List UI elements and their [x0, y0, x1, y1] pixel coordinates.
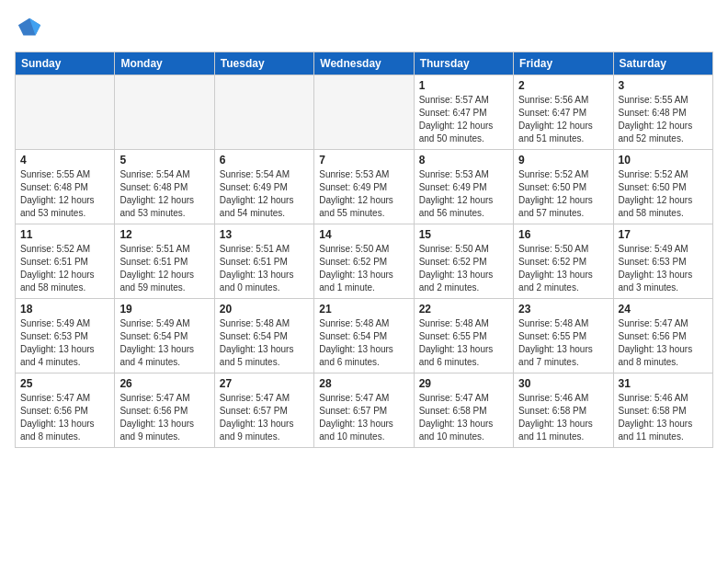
day-info: Sunrise: 5:48 AM Sunset: 6:55 PM Dayligh…	[419, 317, 508, 369]
day-number: 29	[419, 377, 508, 390]
day-number: 9	[518, 154, 608, 167]
weekday-header: Friday	[514, 52, 613, 75]
calendar-week-row: 4Sunrise: 5:55 AM Sunset: 6:48 PM Daylig…	[16, 150, 713, 224]
calendar-day-cell: 7Sunrise: 5:53 AM Sunset: 6:49 PM Daylig…	[314, 150, 414, 224]
calendar-day-cell: 20Sunrise: 5:48 AM Sunset: 6:54 PM Dayli…	[214, 299, 313, 373]
calendar-day-cell	[16, 75, 115, 150]
day-number: 20	[220, 303, 309, 316]
day-info: Sunrise: 5:51 AM Sunset: 6:51 PM Dayligh…	[220, 243, 309, 294]
day-info: Sunrise: 5:47 AM Sunset: 6:58 PM Dayligh…	[419, 392, 508, 443]
day-info: Sunrise: 5:48 AM Sunset: 6:54 PM Dayligh…	[319, 317, 408, 369]
calendar-week-row: 11Sunrise: 5:52 AM Sunset: 6:51 PM Dayli…	[16, 224, 713, 299]
day-number: 1	[419, 79, 508, 92]
day-number: 26	[119, 377, 209, 390]
day-info: Sunrise: 5:49 AM Sunset: 6:54 PM Dayligh…	[119, 317, 209, 369]
day-number: 13	[220, 228, 309, 241]
calendar-day-cell: 29Sunrise: 5:47 AM Sunset: 6:58 PM Dayli…	[414, 373, 513, 448]
calendar-day-cell: 23Sunrise: 5:48 AM Sunset: 6:55 PM Dayli…	[514, 299, 613, 373]
calendar-day-cell: 13Sunrise: 5:51 AM Sunset: 6:51 PM Dayli…	[214, 224, 313, 299]
calendar-day-cell: 28Sunrise: 5:47 AM Sunset: 6:57 PM Dayli…	[314, 373, 414, 448]
day-number: 24	[619, 303, 708, 316]
calendar-week-row: 25Sunrise: 5:47 AM Sunset: 6:56 PM Dayli…	[16, 373, 713, 448]
calendar-day-cell: 15Sunrise: 5:50 AM Sunset: 6:52 PM Dayli…	[414, 224, 513, 299]
day-info: Sunrise: 5:47 AM Sunset: 6:57 PM Dayligh…	[319, 392, 408, 443]
weekday-header: Sunday	[16, 52, 115, 75]
day-info: Sunrise: 5:53 AM Sunset: 6:49 PM Dayligh…	[319, 168, 408, 220]
day-info: Sunrise: 5:48 AM Sunset: 6:54 PM Dayligh…	[220, 317, 309, 369]
weekday-header: Monday	[115, 52, 214, 75]
day-number: 10	[619, 154, 708, 167]
calendar-day-cell: 16Sunrise: 5:50 AM Sunset: 6:52 PM Dayli…	[514, 224, 613, 299]
calendar-day-cell: 25Sunrise: 5:47 AM Sunset: 6:56 PM Dayli…	[16, 373, 115, 448]
day-info: Sunrise: 5:47 AM Sunset: 6:56 PM Dayligh…	[619, 317, 708, 369]
day-number: 2	[518, 79, 608, 92]
day-info: Sunrise: 5:51 AM Sunset: 6:51 PM Dayligh…	[119, 243, 209, 294]
calendar-day-cell: 30Sunrise: 5:46 AM Sunset: 6:58 PM Dayli…	[514, 373, 613, 448]
day-number: 16	[518, 228, 608, 241]
calendar-day-cell: 1Sunrise: 5:57 AM Sunset: 6:47 PM Daylig…	[414, 75, 513, 150]
weekday-header: Saturday	[613, 52, 712, 75]
calendar-day-cell: 5Sunrise: 5:54 AM Sunset: 6:48 PM Daylig…	[115, 150, 214, 224]
logo-icon	[17, 15, 42, 40]
day-info: Sunrise: 5:46 AM Sunset: 6:58 PM Dayligh…	[619, 392, 708, 443]
day-number: 27	[220, 377, 309, 390]
day-info: Sunrise: 5:56 AM Sunset: 6:47 PM Dayligh…	[518, 94, 608, 145]
day-info: Sunrise: 5:47 AM Sunset: 6:57 PM Dayligh…	[220, 392, 309, 443]
day-number: 15	[419, 228, 508, 241]
day-info: Sunrise: 5:52 AM Sunset: 6:51 PM Dayligh…	[20, 243, 109, 294]
logo	[15, 15, 42, 40]
calendar-day-cell: 27Sunrise: 5:47 AM Sunset: 6:57 PM Dayli…	[214, 373, 313, 448]
weekday-header: Thursday	[414, 52, 513, 75]
day-number: 30	[518, 377, 608, 390]
day-info: Sunrise: 5:50 AM Sunset: 6:52 PM Dayligh…	[518, 243, 608, 294]
day-info: Sunrise: 5:55 AM Sunset: 6:48 PM Dayligh…	[619, 94, 708, 145]
day-number: 31	[619, 377, 708, 390]
calendar-table: SundayMondayTuesdayWednesdayThursdayFrid…	[15, 52, 713, 448]
calendar-day-cell: 11Sunrise: 5:52 AM Sunset: 6:51 PM Dayli…	[16, 224, 115, 299]
calendar-day-cell: 24Sunrise: 5:47 AM Sunset: 6:56 PM Dayli…	[613, 299, 712, 373]
calendar-header-row: SundayMondayTuesdayWednesdayThursdayFrid…	[16, 52, 713, 75]
day-info: Sunrise: 5:55 AM Sunset: 6:48 PM Dayligh…	[20, 168, 109, 220]
calendar-week-row: 1Sunrise: 5:57 AM Sunset: 6:47 PM Daylig…	[16, 75, 713, 150]
calendar-day-cell: 18Sunrise: 5:49 AM Sunset: 6:53 PM Dayli…	[16, 299, 115, 373]
day-number: 3	[619, 79, 708, 92]
weekday-header: Wednesday	[314, 52, 414, 75]
day-number: 5	[119, 154, 209, 167]
calendar-day-cell: 9Sunrise: 5:52 AM Sunset: 6:50 PM Daylig…	[514, 150, 613, 224]
day-number: 12	[119, 228, 209, 241]
day-number: 17	[619, 228, 708, 241]
day-info: Sunrise: 5:54 AM Sunset: 6:49 PM Dayligh…	[220, 168, 309, 220]
day-info: Sunrise: 5:48 AM Sunset: 6:55 PM Dayligh…	[518, 317, 608, 369]
day-info: Sunrise: 5:52 AM Sunset: 6:50 PM Dayligh…	[518, 168, 608, 220]
calendar-day-cell: 2Sunrise: 5:56 AM Sunset: 6:47 PM Daylig…	[514, 75, 613, 150]
calendar-day-cell: 4Sunrise: 5:55 AM Sunset: 6:48 PM Daylig…	[16, 150, 115, 224]
day-number: 14	[319, 228, 408, 241]
calendar-day-cell: 17Sunrise: 5:49 AM Sunset: 6:53 PM Dayli…	[613, 224, 712, 299]
day-number: 23	[518, 303, 608, 316]
day-info: Sunrise: 5:49 AM Sunset: 6:53 PM Dayligh…	[20, 317, 109, 369]
calendar-day-cell: 8Sunrise: 5:53 AM Sunset: 6:49 PM Daylig…	[414, 150, 513, 224]
day-number: 11	[20, 228, 109, 241]
calendar-day-cell	[214, 75, 313, 150]
day-number: 8	[419, 154, 508, 167]
day-number: 19	[119, 303, 209, 316]
day-number: 22	[419, 303, 508, 316]
day-info: Sunrise: 5:50 AM Sunset: 6:52 PM Dayligh…	[319, 243, 408, 294]
day-number: 4	[20, 154, 109, 167]
day-info: Sunrise: 5:53 AM Sunset: 6:49 PM Dayligh…	[419, 168, 508, 220]
page-header	[15, 15, 713, 40]
day-info: Sunrise: 5:46 AM Sunset: 6:58 PM Dayligh…	[518, 392, 608, 443]
calendar-day-cell: 26Sunrise: 5:47 AM Sunset: 6:56 PM Dayli…	[115, 373, 214, 448]
calendar-day-cell: 14Sunrise: 5:50 AM Sunset: 6:52 PM Dayli…	[314, 224, 414, 299]
day-info: Sunrise: 5:52 AM Sunset: 6:50 PM Dayligh…	[619, 168, 708, 220]
day-number: 7	[319, 154, 408, 167]
weekday-header: Tuesday	[214, 52, 313, 75]
day-number: 25	[20, 377, 109, 390]
calendar-day-cell	[115, 75, 214, 150]
day-number: 6	[220, 154, 309, 167]
day-info: Sunrise: 5:49 AM Sunset: 6:53 PM Dayligh…	[619, 243, 708, 294]
day-number: 28	[319, 377, 408, 390]
day-info: Sunrise: 5:50 AM Sunset: 6:52 PM Dayligh…	[419, 243, 508, 294]
calendar-day-cell	[314, 75, 414, 150]
calendar-day-cell: 19Sunrise: 5:49 AM Sunset: 6:54 PM Dayli…	[115, 299, 214, 373]
